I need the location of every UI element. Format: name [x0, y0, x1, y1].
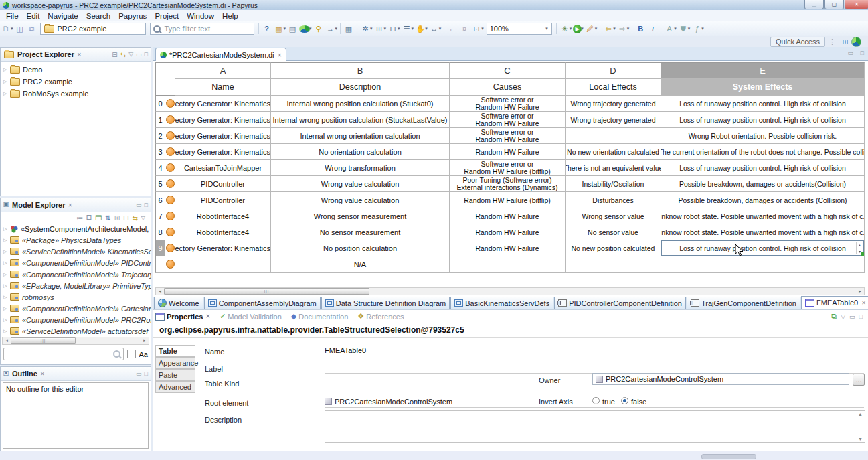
- cell-causes[interactable]: Random HW Failure (bitflip): [450, 192, 566, 208]
- model-item-pidcontroller[interactable]: ▷«ComponentDefinitionModel» PIDControl: [1, 257, 151, 269]
- menu-edit[interactable]: Edit: [23, 11, 44, 21]
- maximize-view-icon[interactable]: □: [145, 370, 148, 377]
- side-tab-advanced[interactable]: Advanced: [155, 381, 195, 393]
- tab-welcome[interactable]: Welcome: [154, 297, 203, 309]
- row-header[interactable]: 7: [155, 208, 165, 224]
- cell-name[interactable]: RobotInterface4: [175, 208, 271, 224]
- next-icon[interactable]: ⇨: [617, 23, 628, 34]
- row-header[interactable]: 9: [155, 240, 165, 256]
- minimize-view-icon[interactable]: ▭: [136, 51, 142, 58]
- paste-icon[interactable]: ▤: [287, 23, 298, 34]
- col-title-description[interactable]: Description: [271, 79, 450, 96]
- cell-description[interactable]: Wrong sensor measurement: [271, 208, 450, 224]
- cell-local-effects[interactable]: [566, 128, 661, 144]
- expand-all-icon[interactable]: ⊞: [114, 214, 120, 222]
- next-dropdown[interactable]: ▾: [627, 26, 630, 31]
- cell-name[interactable]: ajectory Generator: Kinematics...: [175, 96, 271, 112]
- align-center-icon[interactable]: ¤: [459, 23, 470, 34]
- maximize-view-icon[interactable]: □: [859, 313, 863, 320]
- model-item-kinematicsservice[interactable]: ▷«ServiceDefinitionModel» KinematicsServ…: [1, 246, 151, 257]
- bottom-hscroll-thumb[interactable]: [701, 454, 756, 459]
- cell-name[interactable]: PIDController: [175, 192, 271, 208]
- save-icon[interactable]: ◫: [15, 23, 25, 34]
- tab-close-icon[interactable]: ✕: [861, 300, 866, 306]
- tab-model-validation[interactable]: ✓Model Validation: [220, 312, 282, 321]
- cell-description[interactable]: Wrong value calculation: [271, 176, 450, 192]
- forward-dropdown[interactable]: ▾: [335, 26, 338, 31]
- tab-fmeatable0[interactable]: FMEATable0✕: [801, 296, 868, 309]
- invert-axis-true-radio[interactable]: [592, 397, 600, 404]
- fill-color-icon[interactable]: ⛊: [678, 23, 689, 34]
- row-header[interactable]: 5: [155, 176, 165, 192]
- cell-description[interactable]: No sensor measurement: [271, 224, 450, 240]
- tab-trajgencomponentdefinition[interactable]: TrajGenComponentDefinition: [687, 297, 800, 309]
- link-with-editor-icon[interactable]: ⇆: [120, 51, 126, 58]
- view-menu-icon[interactable]: ▭: [136, 202, 142, 208]
- line-style-dropdown[interactable]: ▾: [701, 26, 704, 31]
- cell-causes[interactable]: Software error orRandom HW Failure: [450, 112, 566, 128]
- collapse-all-icon[interactable]: ⊟: [112, 51, 117, 58]
- cell-edit-handle[interactable]: [861, 252, 864, 256]
- row-header[interactable]: 0: [155, 96, 165, 112]
- new-child-icon[interactable]: 🗔: [95, 214, 102, 222]
- model-explorer-hscrollbar[interactable]: ◂ ||| ▸: [2, 337, 149, 345]
- table-hscrollbar[interactable]: ◂ ||| ▸: [155, 287, 865, 295]
- invert-axis-false-label[interactable]: false: [631, 398, 646, 406]
- col-title-local-effects[interactable]: Local Effects: [566, 79, 661, 96]
- minimize-window-button[interactable]: ▁: [804, 0, 824, 9]
- cell-edit-input[interactable]: Loss of runaway position control. High r…: [661, 240, 864, 256]
- sort-icon[interactable]: ≔: [76, 214, 83, 222]
- zoom-grid-dropdown[interactable]: ▾: [481, 26, 484, 31]
- project-item-demo[interactable]: ▷Demo: [1, 64, 151, 76]
- cell-local-effects[interactable]: No new orientation calculated: [566, 144, 661, 160]
- cell-local-effects[interactable]: There is not an equivalent value: [566, 160, 661, 176]
- project-item-prc2-example[interactable]: ▷PRC2 example: [1, 76, 151, 88]
- cell-name[interactable]: PIDController: [175, 176, 271, 192]
- link-icon[interactable]: ⚲: [313, 23, 324, 34]
- debug-icon[interactable]: ✳: [559, 23, 570, 34]
- cell-system-effects[interactable]: Unknow robot state. Posible unwanted mov…: [661, 224, 865, 240]
- cell-system-effects[interactable]: Possible breakdown, damages or accidents…: [661, 176, 865, 192]
- row-status-cell[interactable]: [165, 240, 175, 256]
- minimize-editor-icon[interactable]: ▭: [847, 50, 853, 56]
- minimize-view-icon[interactable]: ▭: [849, 313, 855, 320]
- cell-causes[interactable]: Software error orRandom HW Failure: [450, 128, 566, 144]
- model-item-cartesianto[interactable]: ▷«ComponentDefinitionModel» CartesianTo: [1, 303, 151, 314]
- side-tab-appearance[interactable]: Appearance: [155, 357, 195, 369]
- tab-properties[interactable]: Properties ✕: [155, 313, 210, 321]
- cell-causes[interactable]: Poor Tuning (Software error)External int…: [450, 176, 566, 192]
- cell-description[interactable]: No orientation calculation: [271, 144, 450, 160]
- cell-causes[interactable]: Software error orRandom HW Failure (bitf…: [450, 160, 566, 176]
- close-window-button[interactable]: ✕: [845, 0, 868, 9]
- papyrus-refresh-dropdown[interactable]: ▾: [309, 26, 312, 31]
- cell-causes[interactable]: Random HW Failure: [450, 144, 566, 160]
- row-status-cell[interactable]: [165, 176, 175, 192]
- cell-description[interactable]: Wrong transformation: [271, 160, 450, 176]
- papyrus-perspective-icon[interactable]: [851, 37, 861, 47]
- col-header-b[interactable]: B: [271, 62, 450, 79]
- view-menu-icon[interactable]: ▽: [841, 313, 845, 320]
- tab-basickinematicsservdefs[interactable]: BasicKinematicsServDefs: [450, 297, 553, 309]
- cell-description[interactable]: No position calculation: [271, 240, 450, 256]
- validation-icon[interactable]: ✲: [360, 23, 371, 34]
- cell-name[interactable]: ajectory Generator: Kinematics...: [175, 240, 271, 256]
- layers-dropdown[interactable]: ▾: [398, 26, 400, 31]
- outline-close-icon[interactable]: ✕: [40, 371, 45, 377]
- line-style-icon[interactable]: ƒ: [691, 23, 702, 34]
- debug-dropdown[interactable]: ▾: [570, 26, 572, 31]
- bold-icon[interactable]: B: [635, 23, 646, 34]
- tab-datastructuredefinitiondiagram[interactable]: Data Structure Definition Diagram: [321, 297, 450, 309]
- cell-description[interactable]: N/A: [271, 256, 450, 273]
- row-header[interactable]: 3: [155, 144, 165, 160]
- cell-description[interactable]: Internal wrong position calculation (Stu…: [271, 96, 450, 112]
- maximize-view-icon[interactable]: □: [145, 51, 148, 58]
- label-input[interactable]: [325, 362, 864, 374]
- cell-system-effects[interactable]: Loss of runaway position control. High r…: [661, 96, 865, 112]
- cell-system-effects[interactable]: [661, 256, 865, 273]
- list-dropdown[interactable]: ▾: [412, 26, 414, 31]
- row-status-cell[interactable]: [165, 224, 175, 240]
- route-dropdown[interactable]: ▾: [439, 26, 442, 31]
- row-header[interactable]: 1: [155, 112, 165, 128]
- model-item-robmosys[interactable]: ▷robmosys: [1, 291, 151, 303]
- cell-local-effects[interactable]: No sensor value: [566, 224, 661, 240]
